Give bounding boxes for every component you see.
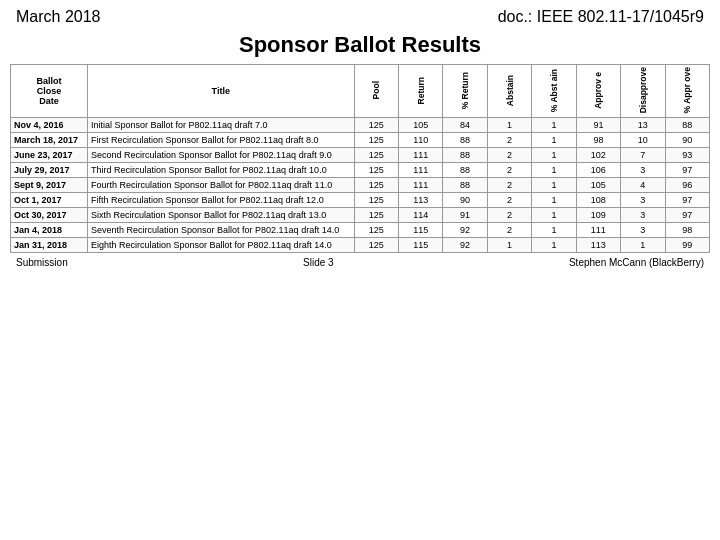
col-header-pct-abstain: % Abst ain <box>532 65 576 118</box>
cell-abstain: 2 <box>487 163 531 178</box>
cell-date: Oct 30, 2017 <box>11 208 88 223</box>
cell-return: 111 <box>398 163 442 178</box>
cell-pct_return: 84 <box>443 118 487 133</box>
cell-approve: 98 <box>576 133 620 148</box>
cell-pct_approve: 97 <box>665 208 709 223</box>
cell-date: Oct 1, 2017 <box>11 193 88 208</box>
cell-pct_abstain: 1 <box>532 163 576 178</box>
cell-pct_return: 92 <box>443 223 487 238</box>
cell-pct_approve: 93 <box>665 148 709 163</box>
cell-pct_approve: 96 <box>665 178 709 193</box>
col-header-approve: Approv e <box>576 65 620 118</box>
cell-approve: 105 <box>576 178 620 193</box>
cell-pool: 125 <box>354 238 398 253</box>
cell-pct_abstain: 1 <box>532 208 576 223</box>
cell-pct_return: 88 <box>443 163 487 178</box>
cell-pct_approve: 97 <box>665 193 709 208</box>
cell-approve: 106 <box>576 163 620 178</box>
cell-abstain: 1 <box>487 118 531 133</box>
col-header-date: BallotCloseDate <box>11 65 88 118</box>
table-row: Jan 31, 2018Eighth Recirculation Sponsor… <box>11 238 710 253</box>
cell-title: Sixth Recirculation Sponsor Ballot for P… <box>88 208 355 223</box>
cell-pct_approve: 90 <box>665 133 709 148</box>
cell-title: Second Recirculation Sponsor Ballot for … <box>88 148 355 163</box>
col-header-return: Return <box>398 65 442 118</box>
cell-disapprove: 3 <box>621 223 665 238</box>
cell-date: June 23, 2017 <box>11 148 88 163</box>
results-table: BallotCloseDate Title Pool Return % Retu… <box>10 64 710 253</box>
col-header-pct-return: % Return <box>443 65 487 118</box>
cell-disapprove: 4 <box>621 178 665 193</box>
page-title: Sponsor Ballot Results <box>0 32 720 58</box>
cell-title: Eighth Recirculation Sponsor Ballot for … <box>88 238 355 253</box>
cell-pct_approve: 99 <box>665 238 709 253</box>
col-header-title: Title <box>88 65 355 118</box>
table-row: June 23, 2017Second Recirculation Sponso… <box>11 148 710 163</box>
cell-pool: 125 <box>354 193 398 208</box>
col-header-abstain: Abstain <box>487 65 531 118</box>
cell-pool: 125 <box>354 133 398 148</box>
cell-date: March 18, 2017 <box>11 133 88 148</box>
cell-return: 114 <box>398 208 442 223</box>
cell-title: Fourth Recirculation Sponsor Ballot for … <box>88 178 355 193</box>
cell-return: 113 <box>398 193 442 208</box>
table-row: Sept 9, 2017Fourth Recirculation Sponsor… <box>11 178 710 193</box>
cell-date: July 29, 2017 <box>11 163 88 178</box>
cell-pool: 125 <box>354 223 398 238</box>
cell-pct_abstain: 1 <box>532 118 576 133</box>
cell-title: Third Recirculation Sponsor Ballot for P… <box>88 163 355 178</box>
cell-approve: 108 <box>576 193 620 208</box>
cell-approve: 111 <box>576 223 620 238</box>
cell-pool: 125 <box>354 178 398 193</box>
cell-approve: 91 <box>576 118 620 133</box>
table-row: July 29, 2017Third Recirculation Sponsor… <box>11 163 710 178</box>
table-row: Oct 30, 2017Sixth Recirculation Sponsor … <box>11 208 710 223</box>
cell-title: First Recirculation Sponsor Ballot for P… <box>88 133 355 148</box>
table-row: Oct 1, 2017Fifth Recirculation Sponsor B… <box>11 193 710 208</box>
col-header-pool: Pool <box>354 65 398 118</box>
cell-pct_abstain: 1 <box>532 178 576 193</box>
cell-date: Sept 9, 2017 <box>11 178 88 193</box>
cell-pct_return: 88 <box>443 133 487 148</box>
header-right: doc.: IEEE 802.11-17/1045r9 <box>498 8 704 26</box>
cell-approve: 113 <box>576 238 620 253</box>
cell-return: 115 <box>398 223 442 238</box>
cell-pct_abstain: 1 <box>532 193 576 208</box>
table-row: Nov 4, 2016Initial Sponsor Ballot for P8… <box>11 118 710 133</box>
cell-pct_return: 88 <box>443 178 487 193</box>
cell-disapprove: 3 <box>621 208 665 223</box>
cell-approve: 109 <box>576 208 620 223</box>
cell-abstain: 2 <box>487 148 531 163</box>
cell-title: Initial Sponsor Ballot for P802.11aq dra… <box>88 118 355 133</box>
footer-slide: Slide 3 <box>303 257 334 268</box>
cell-disapprove: 13 <box>621 118 665 133</box>
cell-pool: 125 <box>354 148 398 163</box>
cell-pct_abstain: 1 <box>532 148 576 163</box>
cell-title: Seventh Recirculation Sponsor Ballot for… <box>88 223 355 238</box>
cell-disapprove: 10 <box>621 133 665 148</box>
cell-pool: 125 <box>354 118 398 133</box>
cell-disapprove: 1 <box>621 238 665 253</box>
cell-pct_return: 91 <box>443 208 487 223</box>
cell-return: 111 <box>398 148 442 163</box>
cell-pct_return: 88 <box>443 148 487 163</box>
cell-return: 111 <box>398 178 442 193</box>
cell-return: 105 <box>398 118 442 133</box>
cell-return: 110 <box>398 133 442 148</box>
cell-title: Fifth Recirculation Sponsor Ballot for P… <box>88 193 355 208</box>
cell-pool: 125 <box>354 208 398 223</box>
cell-pct_approve: 97 <box>665 163 709 178</box>
cell-pct_abstain: 1 <box>532 238 576 253</box>
header-left: March 2018 <box>16 8 101 26</box>
cell-pct_approve: 88 <box>665 118 709 133</box>
cell-date: Jan 31, 2018 <box>11 238 88 253</box>
cell-pct_abstain: 1 <box>532 133 576 148</box>
footer-submission: Submission <box>16 257 68 268</box>
table-row: Jan 4, 2018Seventh Recirculation Sponsor… <box>11 223 710 238</box>
cell-abstain: 2 <box>487 178 531 193</box>
cell-pool: 125 <box>354 163 398 178</box>
footer: Submission Slide 3 Stephen McCann (Black… <box>0 253 720 268</box>
cell-disapprove: 7 <box>621 148 665 163</box>
cell-disapprove: 3 <box>621 193 665 208</box>
table-wrapper: BallotCloseDate Title Pool Return % Retu… <box>0 64 720 253</box>
